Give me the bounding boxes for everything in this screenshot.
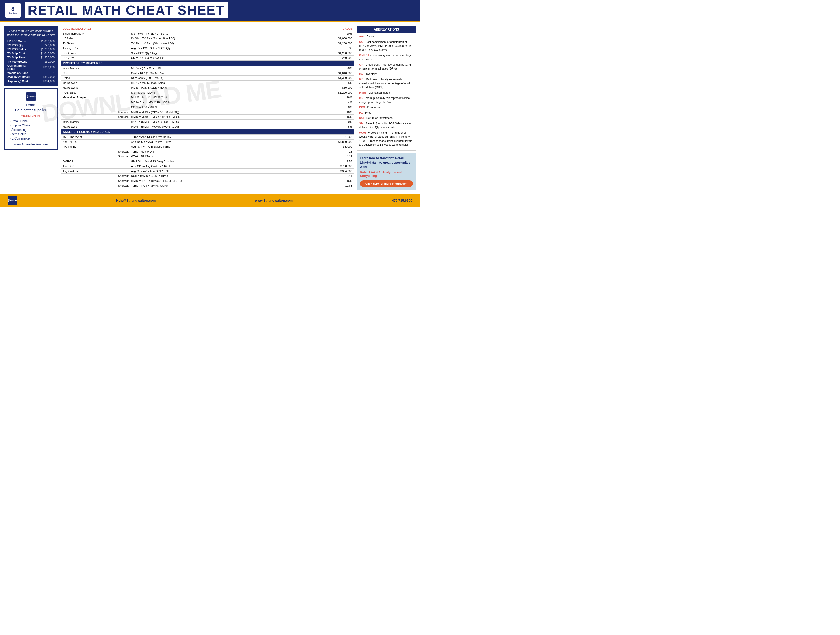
promo-box: 8&walton Learn. Be a better supplier. TR… bbox=[4, 88, 58, 150]
label-cell: Avg Inv @ Retail bbox=[7, 75, 36, 79]
row-formula: Turns = 52 / WOH bbox=[129, 149, 304, 154]
row-formula: CC % = 1.00 - MU % bbox=[129, 105, 304, 110]
value-cell: 4 bbox=[36, 71, 55, 75]
abbreviations-box: ABBREVIATIONS Ann - Annual. CC - Cost co… bbox=[357, 26, 416, 151]
table-row: POS Qty Qty = POS Sales / Avg Px 240,000 bbox=[61, 56, 354, 60]
row-label: Markdown % bbox=[61, 80, 130, 85]
table-row: Ann GP$ Ann GP$ = Avg Cost Inv * ROII $7… bbox=[61, 164, 354, 169]
table-row: Markdown $ MD $ = POS SALES * MD % $60,0… bbox=[61, 85, 354, 90]
abbreviations-title: ABBREVIATIONS bbox=[357, 27, 416, 33]
row-label: Shortcut bbox=[61, 149, 130, 154]
label-cell: TY POS Qty bbox=[7, 43, 36, 47]
row-label: Ann Rtl Sls bbox=[61, 140, 130, 144]
table-row: Avg Inv @ Cost $304,000 bbox=[7, 79, 55, 83]
row-calc: $5 bbox=[304, 46, 354, 51]
row-calc: 20% bbox=[304, 120, 354, 124]
row-formula: MD % = MD $ / POS Sales bbox=[129, 80, 304, 85]
row-formula: Cost = Rtl * (1.00 - MU %) bbox=[129, 71, 304, 76]
promo-url[interactable]: www.8thandwalton.com bbox=[8, 143, 54, 146]
row-calc: $1,200,000 bbox=[304, 41, 354, 46]
row-label: Markdowns bbox=[61, 124, 130, 129]
label-cell: TY Ship Retail bbox=[7, 55, 36, 60]
row-calc: 16% bbox=[304, 95, 354, 100]
asset-header-label: ASSET EFFECIENCY MEASURES bbox=[61, 129, 354, 135]
row-label: Sales Increase % bbox=[61, 31, 130, 36]
footer-website[interactable]: www.8thandwalton.com bbox=[255, 199, 293, 202]
cta-title: Learn how to transform Retail Link® data… bbox=[360, 156, 413, 169]
row-calc: $1,000,000 bbox=[304, 36, 354, 41]
table-row: Current Inv @Retail $369,200 bbox=[7, 64, 55, 71]
row-label: TY Sales bbox=[61, 41, 130, 46]
footer: 8&walton Help@8thandwalton.com www.8than… bbox=[0, 194, 420, 207]
table-row: Markdown % MD % = MD $ / POS Sales 5% bbox=[61, 80, 354, 85]
header: 8 &walton RETAIL MATH CHEAT SHEET bbox=[0, 0, 420, 20]
footer-email[interactable]: Help@8thandwalton.com bbox=[116, 199, 156, 202]
row-formula: Ann GP$ = Avg Cost Inv * ROII bbox=[129, 164, 304, 169]
table-row: Initial Margin MU% = (MM% + MD%) / (1.00… bbox=[61, 120, 354, 124]
list-item: · E-Commerce bbox=[10, 137, 54, 140]
footer-logo-icon: 8&walton bbox=[8, 196, 17, 205]
row-label: Markdown $ bbox=[61, 85, 130, 90]
row-calc: $1,040,000 bbox=[304, 71, 354, 76]
list-item: · Supply Chain bbox=[10, 124, 54, 127]
row-formula: Ann Rtl Sls = Avg Rtl Inv * Turns bbox=[129, 140, 304, 144]
label-cell: Weeks on Hand bbox=[7, 71, 36, 75]
row-label: POS Qty bbox=[61, 56, 130, 60]
abbrev-item: GMROII - Gross margin return on inventor… bbox=[359, 54, 414, 61]
row-calc: $1,200,000 bbox=[304, 51, 354, 56]
row-calc: 12.63 bbox=[304, 135, 354, 140]
table-row: Avg Rtl Inv Avg Rtl Inv = Ann Sales / Tu… bbox=[61, 144, 354, 149]
value-cell: $1,200,000 bbox=[36, 47, 55, 51]
row-label: Maintained Margin bbox=[61, 95, 130, 100]
row-calc: 2.53 bbox=[304, 159, 354, 164]
row-label: Retail bbox=[61, 76, 130, 80]
row-formula: GMROII = Ann GP$ / Avg Cost Inv bbox=[129, 159, 304, 164]
row-calc: 13 bbox=[304, 149, 354, 154]
row-formula: Sls = MD $ / MD % bbox=[129, 90, 304, 95]
row-label bbox=[61, 105, 130, 110]
row-calc: 5% bbox=[304, 124, 354, 129]
row-label: Cost bbox=[61, 71, 130, 76]
list-item: · Retail Link® bbox=[10, 119, 54, 123]
table-row: Retail Rtl = Cost / (1.00 - MU %) $1,300… bbox=[61, 76, 354, 80]
page-title: RETAIL MATH CHEAT SHEET bbox=[25, 2, 227, 19]
row-formula: MU % = (Rtl - Cost) / Rtl bbox=[129, 66, 304, 71]
promo-logo: 8&walton bbox=[8, 92, 54, 101]
label-cell: Current Inv @Retail bbox=[7, 64, 36, 71]
row-calc: 12.63 bbox=[304, 183, 354, 188]
label-cell: LY POS Sales bbox=[7, 39, 36, 43]
logo-sub: &walton bbox=[9, 12, 17, 14]
table-row: Shortcut Turns = 52 / WOH 13 bbox=[61, 149, 354, 154]
row-label: Therefore bbox=[61, 115, 130, 120]
cta-button[interactable]: Click here for more information bbox=[360, 180, 413, 187]
row-label bbox=[61, 100, 130, 105]
abbrev-item: WOH - Weeks on hand. The number of weeks… bbox=[359, 131, 414, 147]
abbrev-item: PX - Price. bbox=[359, 111, 414, 115]
table-row: Therefore MM% = MU% + (MD% * MU%) - MD %… bbox=[61, 115, 354, 120]
row-label: Avg Cost Inv bbox=[61, 169, 130, 173]
promo-training-title: TRAINING IN: bbox=[8, 115, 54, 118]
row-calc: 80% bbox=[304, 105, 354, 110]
row-formula: MD % Cost = MD % Rtl * CC % bbox=[129, 100, 304, 105]
row-label: Therefore bbox=[61, 110, 130, 115]
formula-table: VOLUME MEASURES CALCS Sales Increase % S… bbox=[61, 26, 354, 188]
profitability-header-row: PROFITABILITY MEASURES bbox=[61, 60, 354, 66]
row-calc: 20% bbox=[304, 66, 354, 71]
row-calc: 380000 bbox=[304, 144, 354, 149]
table-row: Maintained Margin MM % = MU % - MD % Cos… bbox=[61, 95, 354, 100]
row-formula: LY Sls = TY Sls / (Sls Inc % + 1.00) bbox=[129, 36, 304, 41]
row-label: POS Sales bbox=[61, 51, 130, 56]
row-calc: 4.12 bbox=[304, 154, 354, 159]
table-row: CC % = 1.00 - MU % 80% bbox=[61, 105, 354, 110]
row-label: Shortcut bbox=[61, 183, 130, 188]
table-row: Therefore MM% = MU% - (MD% * (1.00 - MU%… bbox=[61, 110, 354, 115]
abbreviations-content: Ann - Annual. CC - Cost complement or co… bbox=[357, 33, 416, 150]
row-label: Avg Rtl Inv bbox=[61, 144, 130, 149]
row-formula: TY Sls = LY Sls * (Sls Inc%+ 1.00) bbox=[129, 41, 304, 46]
table-row: Shortcut MM% = (ROII / Turns) (1 + R. O.… bbox=[61, 178, 354, 183]
label-cell: TY Markdowns bbox=[7, 60, 36, 64]
abbrev-item: POS - Point of sale. bbox=[359, 106, 414, 110]
list-item: · Item Setup bbox=[10, 132, 54, 136]
sample-data-box: These formulas are demonstrated using th… bbox=[4, 26, 58, 86]
value-cell: $1,040,000 bbox=[36, 51, 55, 55]
